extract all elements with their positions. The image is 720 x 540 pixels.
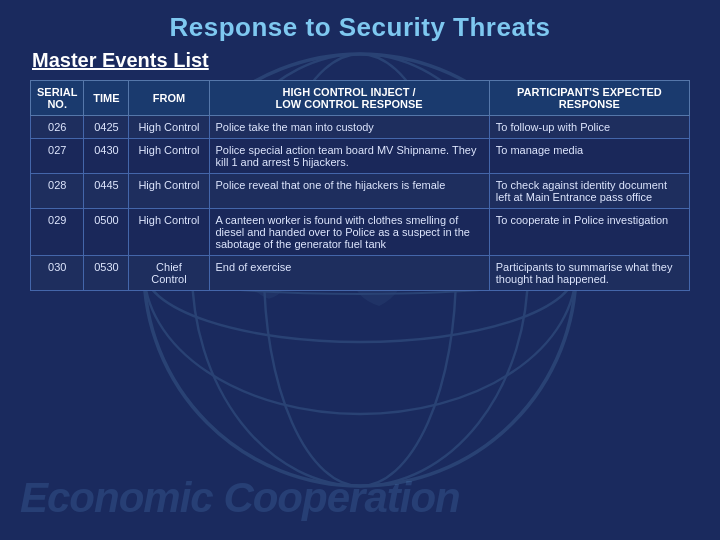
cell-inject-4: End of exercise	[209, 256, 489, 291]
cell-from-3: High Control	[129, 209, 209, 256]
section-title: Master Events List	[30, 49, 690, 72]
header-time: TIME	[84, 81, 129, 116]
cell-response-3: To cooperate in Police investigation	[489, 209, 689, 256]
cell-serial-4: 030	[31, 256, 84, 291]
cell-response-2: To check against identity document left …	[489, 174, 689, 209]
cell-response-4: Participants to summarise what they thou…	[489, 256, 689, 291]
table-header-row: SERIALNO. TIME FROM HIGH CONTROL INJECT …	[31, 81, 690, 116]
cell-serial-0: 026	[31, 116, 84, 139]
table-row: 0290500High ControlA canteen worker is f…	[31, 209, 690, 256]
watermark: Economic Cooperation	[20, 474, 460, 522]
cell-inject-0: Police take the man into custody	[209, 116, 489, 139]
cell-from-0: High Control	[129, 116, 209, 139]
table-row: 0280445High ControlPolice reveal that on…	[31, 174, 690, 209]
cell-response-1: To manage media	[489, 139, 689, 174]
header-serial: SERIALNO.	[31, 81, 84, 116]
cell-from-1: High Control	[129, 139, 209, 174]
cell-inject-3: A canteen worker is found with clothes s…	[209, 209, 489, 256]
cell-serial-3: 029	[31, 209, 84, 256]
cell-time-4: 0530	[84, 256, 129, 291]
events-table: SERIALNO. TIME FROM HIGH CONTROL INJECT …	[30, 80, 690, 291]
header-from: FROM	[129, 81, 209, 116]
cell-serial-1: 027	[31, 139, 84, 174]
cell-time-0: 0425	[84, 116, 129, 139]
cell-response-0: To follow-up with Police	[489, 116, 689, 139]
cell-time-3: 0500	[84, 209, 129, 256]
page-title: Response to Security Threats	[30, 12, 690, 43]
cell-serial-2: 028	[31, 174, 84, 209]
main-content: Response to Security Threats Master Even…	[0, 0, 720, 301]
cell-time-1: 0430	[84, 139, 129, 174]
cell-inject-1: Police special action team board MV Ship…	[209, 139, 489, 174]
cell-time-2: 0445	[84, 174, 129, 209]
cell-from-4: ChiefControl	[129, 256, 209, 291]
cell-from-2: High Control	[129, 174, 209, 209]
header-inject: HIGH CONTROL INJECT /LOW CONTROL RESPONS…	[209, 81, 489, 116]
table-row: 0270430High ControlPolice special action…	[31, 139, 690, 174]
table-row: 0260425High ControlPolice take the man i…	[31, 116, 690, 139]
cell-inject-2: Police reveal that one of the hijackers …	[209, 174, 489, 209]
header-response: PARTICIPANT'S EXPECTEDRESPONSE	[489, 81, 689, 116]
table-row: 0300530ChiefControlEnd of exercisePartic…	[31, 256, 690, 291]
